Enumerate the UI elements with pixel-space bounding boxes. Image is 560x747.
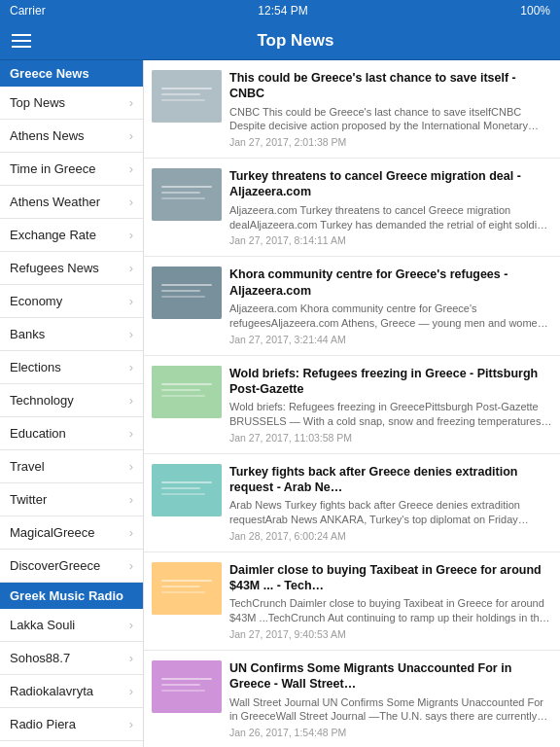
news-item[interactable]: Daimler close to buying Taxibeat in Gree… (144, 552, 560, 651)
news-title: Turkey fights back after Greece denies e… (229, 464, 552, 496)
sidebar-item-radio-piera[interactable]: Radio Piera› (0, 708, 143, 741)
svg-rect-2 (161, 93, 200, 95)
sidebar-item-lakka-souli[interactable]: Lakka Souli› (0, 609, 143, 642)
news-content: Turkey fights back after Greece denies e… (229, 464, 552, 542)
svg-rect-12 (152, 366, 222, 418)
svg-rect-5 (161, 186, 212, 188)
news-item[interactable]: UN Confirms Some Migrants Unaccounted Fo… (144, 651, 560, 747)
news-excerpt: Aljazeera.com Turkey threatens to cancel… (229, 203, 552, 232)
news-thumbnail (152, 464, 222, 516)
news-item[interactable]: Khora community centre for Greece's refu… (144, 257, 560, 355)
sidebar-item-athens-news[interactable]: Athens News› (0, 120, 143, 153)
sidebar-item-time-in-greece[interactable]: Time in Greece› (0, 153, 143, 186)
svg-rect-9 (161, 284, 212, 286)
svg-rect-23 (161, 591, 205, 593)
news-item[interactable]: This could be Greece's last chance to sa… (144, 60, 560, 159)
sidebar-item-banks[interactable]: Banks› (0, 318, 143, 351)
news-list: This could be Greece's last chance to sa… (144, 60, 560, 747)
news-content: Khora community centre for Greece's refu… (229, 267, 552, 344)
sidebar-item-twitter[interactable]: Twitter› (0, 483, 143, 516)
news-title: UN Confirms Some Migrants Unaccounted Fo… (229, 660, 552, 693)
svg-rect-1 (161, 88, 212, 89)
sidebar-item-athens-weather[interactable]: Athens Weather› (0, 186, 143, 219)
sidebar-item-sohos887[interactable]: Sohos88.7› (0, 642, 143, 675)
svg-rect-21 (161, 580, 212, 582)
news-thumbnail (152, 562, 222, 615)
news-content: UN Confirms Some Migrants Unaccounted Fo… (229, 660, 552, 738)
svg-rect-15 (161, 395, 205, 397)
news-title: This could be Greece's last chance to sa… (229, 70, 552, 102)
news-item[interactable]: Turkey fights back after Greece denies e… (144, 454, 560, 552)
svg-rect-20 (152, 562, 222, 615)
svg-rect-27 (161, 690, 205, 692)
news-thumbnail (152, 660, 222, 713)
sidebar-item-radiokalavryta[interactable]: Radiokalavryta› (0, 675, 143, 708)
sidebar-item-travel[interactable]: Travel› (0, 450, 143, 483)
news-thumbnail (152, 70, 222, 123)
svg-rect-17 (161, 481, 212, 483)
news-excerpt: CNBC This could be Greece's last chance … (229, 105, 552, 134)
hamburger-menu-button[interactable] (12, 34, 31, 48)
news-title: Turkey threatens to cancel Greece migrat… (229, 168, 552, 200)
news-content: Wold briefs: Refugees freezing in Greece… (229, 366, 552, 444)
news-date: Jan 26, 2017, 1:54:48 PM (229, 727, 552, 738)
sidebar-item-education[interactable]: Education› (0, 417, 143, 450)
sidebar-item-discover-greece[interactable]: DiscoverGreece› (0, 550, 143, 583)
sidebar-section-greece-news: Greece News (0, 60, 143, 87)
svg-rect-8 (152, 267, 222, 319)
main-layout: Greece News Top News› Athens News› Time … (0, 60, 560, 747)
sidebar-item-refugees-news[interactable]: Refugees News› (0, 252, 143, 285)
time-label: 12:54 PM (258, 4, 307, 18)
news-thumbnail (152, 267, 222, 319)
svg-rect-3 (161, 99, 205, 101)
news-date: Jan 28, 2017, 6:00:24 AM (229, 530, 552, 542)
nav-title: Top News (43, 31, 548, 51)
sidebar-item-magical-greece[interactable]: MagicalGreece› (0, 516, 143, 550)
svg-rect-11 (161, 296, 205, 298)
news-title: Khora community centre for Greece's refu… (229, 267, 552, 299)
svg-rect-24 (152, 660, 222, 713)
news-title: Wold briefs: Refugees freezing in Greece… (229, 366, 552, 398)
news-excerpt: Aljazeera.com Khora community centre for… (229, 302, 552, 331)
svg-rect-16 (152, 464, 222, 516)
news-thumbnail (152, 168, 222, 221)
sidebar-section-music-radio: Greek Music Radio (0, 583, 143, 609)
news-excerpt: Wall Street Journal UN Confirms Some Mig… (229, 695, 552, 725)
sidebar-item-radio-helios[interactable]: Radio Helios› (0, 741, 143, 747)
sidebar-item-exchange-rate[interactable]: Exchange Rate› (0, 219, 143, 252)
svg-rect-18 (161, 487, 200, 489)
svg-rect-26 (161, 684, 200, 686)
news-content: This could be Greece's last chance to sa… (229, 70, 552, 148)
news-title: Daimler close to buying Taxibeat in Gree… (229, 562, 552, 594)
sidebar-item-elections[interactable]: Elections› (0, 351, 143, 384)
nav-bar: Top News (0, 21, 560, 60)
news-date: Jan 27, 2017, 8:14:11 AM (229, 234, 552, 246)
svg-rect-0 (152, 70, 222, 123)
sidebar-item-top-news[interactable]: Top News› (0, 87, 143, 120)
news-date: Jan 27, 2017, 9:40:53 AM (229, 628, 552, 640)
news-date: Jan 27, 2017, 11:03:58 PM (229, 432, 552, 444)
news-date: Jan 27, 2017, 3:21:44 AM (229, 334, 552, 345)
news-excerpt: TechCrunch Daimler close to buying Taxib… (229, 596, 552, 625)
news-excerpt: Wold briefs: Refugees freezing in Greece… (229, 400, 552, 429)
svg-rect-25 (161, 678, 212, 680)
svg-rect-13 (161, 383, 212, 385)
svg-rect-10 (161, 290, 200, 292)
svg-rect-7 (161, 197, 205, 199)
svg-rect-22 (161, 586, 200, 587)
news-content: Daimler close to buying Taxibeat in Gree… (229, 562, 552, 640)
sidebar-item-economy[interactable]: Economy› (0, 285, 143, 318)
svg-rect-19 (161, 493, 205, 495)
battery-label: 100% (520, 4, 550, 18)
sidebar-item-technology[interactable]: Technology› (0, 384, 143, 417)
news-item[interactable]: Wold briefs: Refugees freezing in Greece… (144, 356, 560, 454)
svg-rect-14 (161, 389, 200, 391)
news-date: Jan 27, 2017, 2:01:38 PM (229, 136, 552, 148)
news-item[interactable]: Turkey threatens to cancel Greece migrat… (144, 159, 560, 257)
news-content: Turkey threatens to cancel Greece migrat… (229, 168, 552, 246)
carrier-label: Carrier (10, 4, 46, 18)
sidebar: Greece News Top News› Athens News› Time … (0, 60, 144, 747)
svg-rect-6 (161, 192, 200, 194)
news-thumbnail (152, 366, 222, 418)
svg-rect-4 (152, 168, 222, 221)
